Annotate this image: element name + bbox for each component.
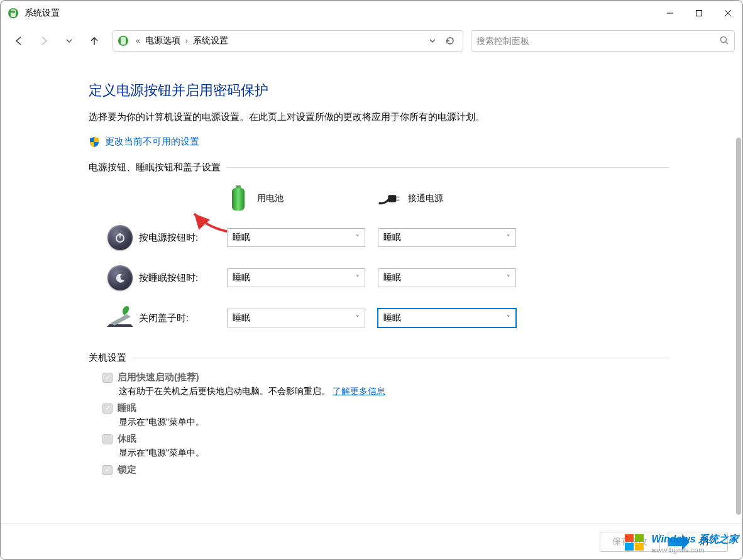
row-sleep-button: 按睡眠按钮时: 睡眠 ˅ 睡眠 ˅	[101, 258, 669, 298]
window-title: 系统设置	[25, 8, 60, 19]
search-input[interactable]	[476, 36, 719, 46]
select-lid-close-battery[interactable]: 睡眠 ˅	[227, 309, 365, 327]
titlebar: 系统设置	[1, 1, 742, 26]
sleep-button-icon	[107, 265, 133, 290]
breadcrumb-sep: «	[132, 36, 144, 45]
plug-icon	[378, 186, 400, 211]
page-description: 选择要为你的计算机设置的电源设置。在此页上对设置所做的更改将应用于你所有的电源计…	[89, 110, 669, 124]
svg-rect-11	[236, 185, 241, 188]
checkbox-lock	[102, 465, 113, 475]
breadcrumb-item-power-options[interactable]: 电源选项	[144, 34, 182, 48]
chevron-down-icon: ˅	[507, 234, 510, 242]
recent-dropdown[interactable]	[58, 30, 80, 52]
row-lid-close: 关闭盖子时: 睡眠 ˅ 睡眠 ˅	[101, 298, 669, 338]
svg-rect-2	[11, 11, 15, 13]
checkbox-fast-startup	[102, 373, 113, 383]
battery-icon	[227, 186, 250, 211]
lid-close-icon	[101, 305, 139, 331]
breadcrumb-item-system-settings[interactable]: 系统设置	[192, 34, 229, 48]
row-power-button: 按电源按钮时: 睡眠 ˅ 睡眠 ˅	[101, 217, 669, 258]
select-sleep-button-plugged[interactable]: 睡眠 ˅	[378, 268, 516, 287]
column-battery-label: 用电池	[257, 193, 283, 204]
chevron-down-icon: ˅	[356, 314, 360, 322]
svg-rect-13	[388, 195, 396, 202]
row-sleep-button-label: 按睡眠按钮时:	[139, 272, 227, 284]
learn-more-link[interactable]: 了解更多信息	[333, 386, 385, 396]
row-lid-close-label: 关闭盖子时:	[139, 312, 227, 324]
back-button[interactable]	[8, 30, 30, 52]
bottom-bar: 保存修改 消	[1, 524, 742, 559]
content-area: 定义电源按钮并启用密码保护 选择要为你的计算机设置的电源设置。在此页上对设置所做…	[1, 56, 742, 559]
change-unavailable-settings-link[interactable]: 更改当前不可用的设置	[105, 136, 199, 148]
section-shutdown-label: 关机设置	[89, 352, 669, 364]
chevron-down-icon: ˅	[507, 314, 510, 322]
shield-icon	[89, 136, 100, 148]
chevron-down-icon: ˅	[356, 274, 360, 282]
up-button[interactable]	[84, 30, 105, 52]
section-buttons-label: 电源按钮、睡眠按钮和盖子设置	[89, 162, 669, 173]
svg-rect-12	[232, 188, 245, 211]
chevron-right-icon: ›	[182, 36, 192, 45]
shutdown-settings: 启用快速启动(推荐) 这有助于在关机之后更快地启动电脑。不会影响重启。 了解更多…	[102, 371, 669, 476]
chevron-down-icon: ˅	[507, 274, 510, 282]
maximize-button[interactable]	[685, 1, 713, 26]
minimize-button[interactable]	[656, 1, 685, 26]
checkbox-sleep	[102, 404, 113, 414]
address-dropdown[interactable]	[424, 32, 441, 50]
close-button[interactable]	[713, 1, 742, 26]
svg-rect-8	[121, 37, 126, 45]
option-lock: 锁定	[102, 464, 669, 476]
svg-line-10	[726, 41, 729, 44]
select-power-button-plugged[interactable]: 睡眠 ˅	[378, 228, 516, 247]
svg-point-9	[721, 36, 727, 42]
toolbar: « 电源选项 › 系统设置	[1, 26, 742, 56]
admin-link-row: 更改当前不可用的设置	[89, 136, 669, 148]
app-icon	[7, 7, 19, 19]
power-button-icon	[107, 225, 133, 250]
cancel-button[interactable]: 消	[668, 532, 728, 552]
breadcrumb-icon	[117, 35, 129, 47]
svg-rect-4	[696, 11, 702, 16]
address-bar[interactable]: « 电源选项 › 系统设置	[113, 30, 463, 52]
search-icon	[719, 35, 729, 47]
forward-button[interactable]	[33, 30, 55, 52]
search-bar[interactable]	[471, 30, 735, 52]
chevron-down-icon: ˅	[356, 234, 360, 242]
option-fast-startup: 启用快速启动(推荐) 这有助于在关机之后更快地启动电脑。不会影响重启。 了解更多…	[102, 371, 669, 397]
row-power-button-label: 按电源按钮时:	[139, 232, 227, 244]
window: 系统设置	[0, 0, 743, 560]
page-title: 定义电源按钮并启用密码保护	[89, 81, 669, 100]
save-button[interactable]: 保存修改	[600, 532, 660, 552]
refresh-button[interactable]	[441, 32, 459, 50]
option-sleep: 睡眠 显示在"电源"菜单中。	[102, 402, 669, 428]
checkbox-hibernate	[102, 434, 113, 444]
scrollbar[interactable]	[736, 138, 741, 515]
column-plugged-label: 接通电源	[408, 193, 443, 204]
svg-rect-1	[11, 9, 16, 17]
option-hibernate: 休眠 显示在"电源"菜单中。	[102, 433, 669, 459]
select-sleep-button-battery[interactable]: 睡眠 ˅	[227, 268, 365, 287]
select-lid-close-plugged[interactable]: 睡眠 ˅	[378, 309, 516, 327]
power-table: 用电池 接通电源	[101, 180, 669, 338]
select-power-button-battery[interactable]: 睡眠 ˅	[227, 228, 365, 247]
